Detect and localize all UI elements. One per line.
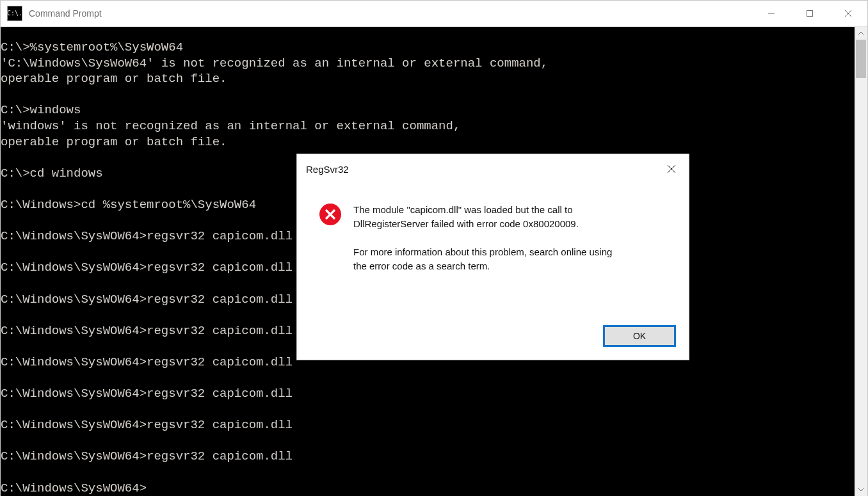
dialog-message-line: For more information about this problem,… — [353, 245, 612, 259]
svg-rect-1 — [807, 11, 813, 17]
maximize-icon — [806, 10, 814, 17]
dialog-footer: OK — [297, 325, 689, 360]
terminal-line: C:\>%systemroot%\SysWoW64 — [1, 40, 855, 56]
cmd-icon: C:\. — [7, 6, 22, 21]
dialog-message-line: The module "capicom.dll" was loaded but … — [353, 203, 612, 217]
maximize-button[interactable] — [791, 1, 829, 26]
minimize-button[interactable] — [752, 1, 791, 26]
dialog-message-line: DllRegisterServer failed with error code… — [353, 217, 612, 231]
close-icon — [844, 10, 852, 17]
terminal-line: 'C:\Windows\SysWoW64' is not recognized … — [1, 56, 855, 72]
dialog-title: RegSvr32 — [306, 164, 349, 175]
dialog-body: The module "capicom.dll" was loaded but … — [297, 184, 689, 325]
titlebar[interactable]: C:\. Command Prompt — [1, 1, 867, 27]
terminal-line: C:\Windows\SysWOW64>regsvr32 capicom.dll — [1, 386, 855, 402]
scroll-up-arrow-icon[interactable] — [855, 27, 867, 40]
minimize-icon — [768, 10, 775, 17]
terminal-area: C:\>%systemroot%\SysWoW64'C:\Windows\Sys… — [1, 27, 867, 496]
terminal-line — [1, 87, 855, 103]
scroll-track[interactable] — [855, 40, 867, 483]
dialog-close-button[interactable] — [654, 154, 689, 184]
error-icon — [319, 203, 342, 226]
terminal-line — [1, 465, 855, 481]
terminal-line: C:\Windows\SysWOW64> — [1, 481, 855, 496]
terminal-line: operable program or batch file. — [1, 71, 855, 87]
terminal-line — [1, 370, 855, 386]
scroll-down-arrow-icon[interactable] — [855, 483, 867, 496]
terminal-line — [1, 433, 855, 449]
terminal-line: C:\Windows\SysWOW64>regsvr32 capicom.dll — [1, 449, 855, 465]
dialog-message: The module "capicom.dll" was loaded but … — [353, 203, 612, 325]
terminal-line: 'windows' is not recognized as an intern… — [1, 118, 855, 134]
terminal-line — [1, 402, 855, 418]
regsvr32-dialog: RegSvr32 The module "capicom.dll" was lo… — [296, 154, 689, 360]
window-controls — [752, 1, 867, 26]
vertical-scrollbar[interactable] — [855, 27, 867, 496]
window-title: Command Prompt — [29, 8, 102, 19]
cmd-window: C:\. Command Prompt C:\>%systemroot%\Sys… — [0, 0, 868, 496]
scroll-thumb[interactable] — [856, 40, 866, 78]
terminal-line: C:\>windows — [1, 102, 855, 118]
close-icon — [667, 164, 676, 173]
close-button[interactable] — [829, 1, 867, 26]
dialog-titlebar[interactable]: RegSvr32 — [297, 154, 689, 184]
terminal-line: operable program or batch file. — [1, 134, 855, 150]
ok-button[interactable]: OK — [603, 325, 676, 347]
terminal-line: C:\Windows\SysWOW64>regsvr32 capicom.dll — [1, 417, 855, 433]
dialog-message-line: the error code as a search term. — [353, 259, 612, 273]
